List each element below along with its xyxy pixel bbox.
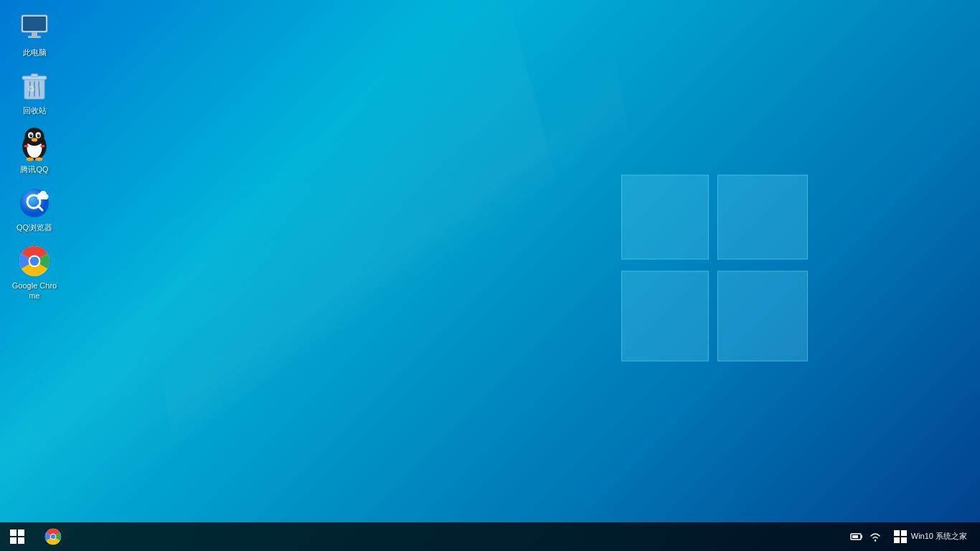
qq-icon-label: 腾讯QQ bbox=[20, 164, 48, 174]
qq-icon bbox=[18, 128, 51, 161]
recycle-icon-label: 回收站 bbox=[23, 105, 47, 116]
win-pane-tr bbox=[717, 175, 808, 260]
win10-brand-text: Win10 系统之家 bbox=[911, 532, 967, 541]
svg-line-9 bbox=[39, 82, 39, 96]
svg-rect-2 bbox=[32, 32, 37, 36]
desktop-icon-recycle-bin[interactable]: ♻ 回收站 bbox=[7, 65, 62, 120]
desktop-icons: 此电脑 ♻ 回收站 bbox=[7, 7, 62, 306]
desktop-icon-google-chrome[interactable]: Google Chrome bbox=[7, 240, 62, 306]
win-pane-tl bbox=[621, 175, 709, 260]
chrome-icon-label: Google Chrome bbox=[10, 281, 59, 301]
svg-point-18 bbox=[31, 134, 32, 135]
svg-point-19 bbox=[39, 134, 39, 135]
win10-brand: Win10 系统之家 bbox=[887, 522, 974, 551]
start-windows-logo bbox=[10, 529, 24, 544]
svg-point-17 bbox=[37, 133, 40, 137]
desktop: 此电脑 ♻ 回收站 bbox=[0, 0, 980, 551]
network-icon[interactable] bbox=[868, 529, 882, 544]
svg-point-34 bbox=[30, 257, 39, 266]
svg-text:♻: ♻ bbox=[27, 84, 35, 94]
desktop-icon-qq[interactable]: 腾讯QQ bbox=[7, 124, 62, 179]
svg-rect-40 bbox=[861, 535, 862, 538]
light-overlay bbox=[0, 0, 980, 551]
desktop-icon-qq-browser[interactable]: QQ浏览器 bbox=[7, 182, 62, 237]
svg-point-16 bbox=[29, 133, 32, 137]
svg-point-20 bbox=[32, 138, 37, 141]
recycle-icon: ♻ bbox=[18, 70, 51, 103]
svg-rect-24 bbox=[40, 145, 44, 147]
svg-rect-39 bbox=[852, 535, 858, 538]
svg-rect-31 bbox=[37, 196, 47, 199]
pc-icon bbox=[18, 11, 51, 44]
taskbar-right: Win10 系统之家 bbox=[849, 522, 980, 551]
svg-rect-3 bbox=[28, 36, 41, 38]
win-pane-br bbox=[717, 271, 808, 362]
svg-rect-1 bbox=[23, 17, 46, 31]
taskbar-chrome-icon[interactable] bbox=[37, 522, 69, 551]
start-button[interactable] bbox=[0, 522, 34, 551]
battery-icon[interactable] bbox=[849, 529, 864, 544]
win-pane-bl bbox=[621, 271, 709, 362]
qqbrowser-icon bbox=[18, 187, 51, 220]
svg-rect-6 bbox=[31, 74, 38, 77]
taskbar-icons bbox=[37, 522, 69, 551]
qqbrowser-icon-label: QQ浏览器 bbox=[17, 222, 52, 232]
svg-point-37 bbox=[51, 534, 56, 540]
desktop-icon-this-pc[interactable]: 此电脑 bbox=[7, 7, 62, 62]
svg-point-22 bbox=[35, 157, 42, 161]
svg-point-41 bbox=[875, 540, 876, 541]
win10-logo-small bbox=[894, 530, 907, 543]
svg-point-21 bbox=[27, 157, 34, 161]
svg-point-13 bbox=[24, 128, 44, 146]
taskbar: Win10 系统之家 bbox=[0, 522, 980, 551]
windows-logo bbox=[621, 175, 808, 362]
pc-icon-label: 此电脑 bbox=[23, 47, 47, 57]
chrome-icon bbox=[18, 245, 51, 278]
svg-rect-23 bbox=[24, 145, 28, 147]
